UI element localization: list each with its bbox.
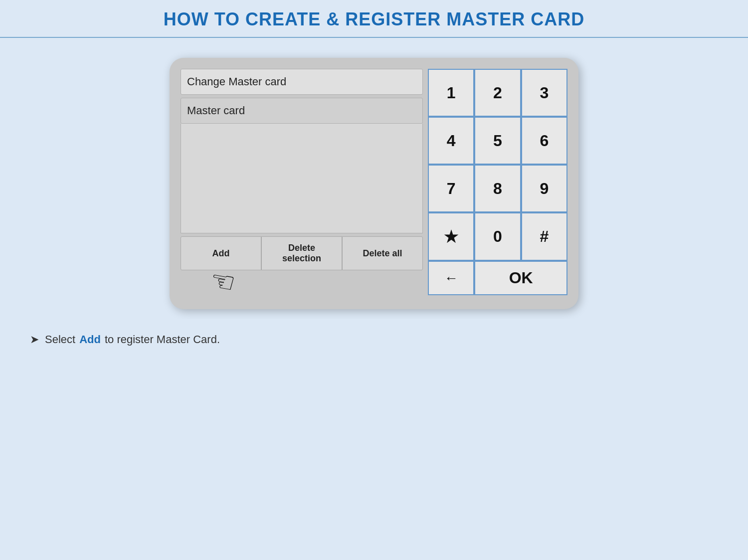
back-button[interactable]: ← xyxy=(428,261,474,295)
key-3[interactable]: 3 xyxy=(521,69,567,117)
key-hash[interactable]: # xyxy=(521,212,567,261)
numpad-bottom-row: ← OK xyxy=(428,261,567,295)
key-0[interactable]: 0 xyxy=(474,212,521,261)
key-2[interactable]: 2 xyxy=(474,69,521,117)
instruction-text-after: to register Master Card. xyxy=(105,333,220,346)
numpad-grid: 1 2 3 4 5 6 7 8 9 ★ 0 # xyxy=(428,69,567,261)
instruction-section: ➤ Select Add to register Master Card. xyxy=(0,319,748,360)
device-panel: Change Master card Master card Add Delet… xyxy=(170,58,578,309)
change-master-field: Change Master card xyxy=(181,69,423,95)
cursor-area: ☞ xyxy=(181,265,423,295)
master-card-field: Master card xyxy=(181,98,423,124)
list-area xyxy=(181,124,423,233)
ok-button[interactable]: OK xyxy=(474,261,567,295)
left-section: Change Master card Master card Add Delet… xyxy=(181,69,423,295)
key-8[interactable]: 8 xyxy=(474,165,521,212)
key-6[interactable]: 6 xyxy=(521,117,567,165)
instruction-line: ➤ Select Add to register Master Card. xyxy=(30,333,718,346)
hand-cursor-icon: ☞ xyxy=(208,263,238,300)
main-content: Change Master card Master card Add Delet… xyxy=(0,38,748,560)
key-9[interactable]: 9 xyxy=(521,165,567,212)
instruction-highlight: Add xyxy=(79,333,101,346)
numpad: 1 2 3 4 5 6 7 8 9 ★ 0 # ← OK xyxy=(428,69,567,295)
key-7[interactable]: 7 xyxy=(428,165,474,212)
instruction-text-before: Select xyxy=(45,333,75,346)
page-title: HOW TO CREATE & REGISTER MASTER CARD xyxy=(164,9,585,29)
key-5[interactable]: 5 xyxy=(474,117,521,165)
page-header: HOW TO CREATE & REGISTER MASTER CARD xyxy=(0,0,748,38)
key-1[interactable]: 1 xyxy=(428,69,474,117)
bullet-icon: ➤ xyxy=(30,333,39,346)
key-4[interactable]: 4 xyxy=(428,117,474,165)
key-star[interactable]: ★ xyxy=(428,212,474,261)
